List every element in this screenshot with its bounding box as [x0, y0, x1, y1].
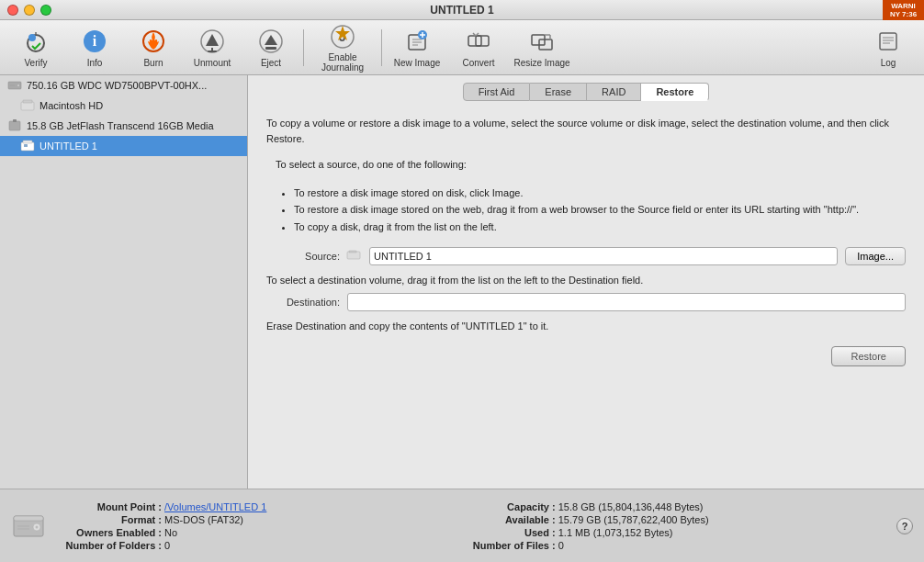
burn-label: Burn — [143, 58, 163, 68]
svg-point-50 — [36, 525, 39, 528]
restore-button[interactable]: Restore — [831, 346, 906, 366]
destination-label: Destination: — [266, 297, 340, 308]
available-label: Available : — [455, 514, 556, 525]
sidebar-item-untitled1-label: UNTITLED 1 — [39, 140, 97, 152]
sidebar-item-macintosh-hd[interactable]: Macintosh HD — [0, 96, 247, 116]
capacity-label: Capacity : — [455, 501, 556, 512]
bullet-2: To restore a disk image stored on the we… — [294, 201, 906, 219]
sidebar-item-untitled1[interactable]: UNTITLED 1 — [0, 136, 247, 156]
folders-label: Number of Folders : — [61, 540, 162, 551]
resize-icon — [527, 27, 557, 56]
used-value: 1.1 MB (1,073,152 Bytes) — [558, 527, 673, 538]
svg-rect-12 — [265, 47, 276, 50]
sidebar-item-macintosh-hd-label: Macintosh HD — [39, 100, 103, 111]
folders-row: Number of Folders : 0 — [61, 540, 266, 551]
tab-first-aid[interactable]: First Aid — [463, 83, 531, 101]
svg-rect-46 — [349, 251, 356, 253]
tab-restore[interactable]: Restore — [641, 83, 709, 101]
svg-rect-43 — [23, 140, 32, 143]
log-button[interactable]: Log — [860, 24, 917, 72]
svg-rect-40 — [9, 121, 20, 130]
convert-icon — [464, 27, 493, 56]
source-row: Source: Image... — [266, 247, 906, 265]
unmount-button[interactable]: Unmount — [184, 24, 241, 72]
new-image-button[interactable]: New Image — [386, 24, 448, 72]
destination-input[interactable] — [347, 293, 906, 311]
format-label: Format : — [61, 514, 162, 525]
info-label: Info — [87, 58, 103, 68]
svg-rect-41 — [13, 119, 17, 122]
eject-label: Eject — [261, 58, 281, 68]
info-col-right: Capacity : 15.8 GB (15,804,136,448 Bytes… — [455, 501, 709, 551]
owners-label: Owners Enabled : — [61, 527, 162, 538]
svg-rect-24 — [476, 36, 489, 46]
new-image-label: New Image — [394, 58, 441, 68]
info-button[interactable]: i Info — [66, 24, 123, 72]
removable-icon — [7, 118, 22, 133]
image-button[interactable]: Image... — [845, 247, 906, 265]
restore-intro: To copy a volume or restore a disk image… — [266, 116, 906, 146]
sidebar-item-flash[interactable]: 15.8 GB JetFlash Transcend 16GB Media — [0, 116, 247, 136]
source-disk-icon — [347, 251, 360, 262]
used-label: Used : — [455, 527, 556, 538]
journal-icon: J — [328, 23, 357, 51]
restore-panel: To copy a volume or restore a disk image… — [248, 101, 924, 489]
hdd-icon — [7, 78, 22, 93]
help-button[interactable]: ? — [896, 518, 913, 534]
mount-point-value[interactable]: /Volumes/UNTITLED 1 — [164, 501, 266, 512]
sidebar-item-flash-label: 15.8 GB JetFlash Transcend 16GB Media — [27, 120, 214, 131]
volume-selected-icon — [20, 139, 35, 153]
tab-raid[interactable]: RAID — [587, 83, 641, 101]
log-icon — [873, 27, 903, 56]
info-bar: Mount Point : /Volumes/UNTITLED 1 Format… — [0, 489, 924, 562]
owners-value: No — [164, 527, 177, 538]
close-button[interactable] — [7, 5, 18, 16]
disk-large-icon — [11, 509, 46, 544]
svg-rect-48 — [14, 516, 43, 521]
svg-marker-7 — [206, 34, 219, 46]
toolbar: Verify i Info Burn — [0, 20, 924, 75]
sidebar-item-hdd1-label: 750.16 GB WDC WD7500BPVT-00HX... — [27, 80, 207, 91]
svg-rect-39 — [23, 100, 32, 103]
new-image-icon — [402, 27, 432, 56]
resize-image-label: Resize Image — [513, 58, 569, 68]
minimize-button[interactable] — [24, 5, 35, 16]
convert-button[interactable]: Convert — [450, 24, 507, 72]
svg-point-1 — [28, 34, 36, 41]
maximize-button[interactable] — [40, 5, 51, 16]
source-label: Source: — [266, 251, 340, 262]
files-label: Number of Files : — [455, 540, 556, 551]
resize-image-button[interactable]: Resize Image — [509, 24, 575, 72]
enable-journaling-button[interactable]: J Enable Journaling — [308, 24, 377, 72]
source-input[interactable] — [369, 247, 838, 265]
available-value: 15.79 GB (15,787,622,400 Bytes) — [558, 514, 709, 525]
burn-button[interactable]: Burn — [125, 24, 182, 72]
window-controls — [7, 5, 51, 16]
capacity-row: Capacity : 15.8 GB (15,804,136,448 Bytes… — [455, 501, 709, 512]
restore-actions: Restore — [266, 346, 906, 366]
enable-journaling-label: Enable Journaling — [308, 52, 377, 73]
destination-row: Destination: — [266, 293, 906, 311]
eject-icon — [256, 27, 286, 56]
svg-rect-23 — [468, 36, 481, 46]
sidebar-resize-handle[interactable] — [242, 75, 247, 489]
owners-row: Owners Enabled : No — [61, 527, 266, 538]
erase-desc: Erase Destination and copy the contents … — [266, 320, 906, 332]
sidebar-item-hdd1[interactable]: 750.16 GB WDC WD7500BPVT-00HX... — [0, 75, 247, 96]
burn-icon — [139, 27, 168, 56]
verify-button[interactable]: Verify — [7, 24, 64, 72]
capacity-value: 15.8 GB (15,804,136,448 Bytes) — [558, 501, 704, 512]
eject-button[interactable]: Eject — [242, 24, 299, 72]
unmount-icon — [197, 27, 227, 56]
tab-bar: First Aid Erase RAID Restore — [248, 75, 924, 101]
main-area: 750.16 GB WDC WD7500BPVT-00HX... Macinto… — [0, 75, 924, 489]
convert-label: Convert — [462, 58, 494, 68]
mount-point-label: Mount Point : — [61, 501, 162, 512]
files-value: 0 — [558, 540, 564, 551]
select-source-label: To select a source, do one of the follow… — [266, 157, 906, 174]
svg-rect-31 — [880, 33, 896, 50]
bullet-1: To restore a disk image stored on disk, … — [294, 185, 906, 202]
tab-erase[interactable]: Erase — [530, 83, 587, 101]
svg-point-36 — [17, 84, 20, 87]
unmount-label: Unmount — [194, 58, 231, 68]
